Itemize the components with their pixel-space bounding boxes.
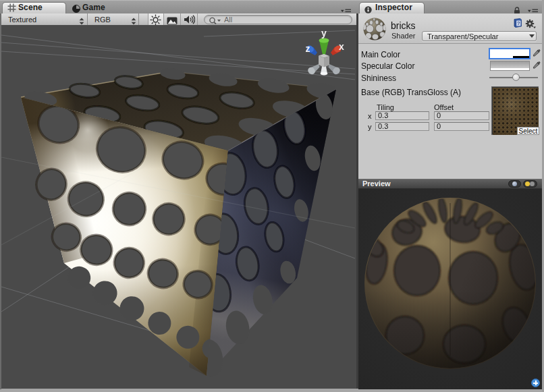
svg-text:?: ? [517, 20, 520, 26]
svg-text:y: y [321, 28, 327, 38]
svg-text:z: z [306, 43, 310, 54]
svg-text:x: x [339, 41, 344, 52]
